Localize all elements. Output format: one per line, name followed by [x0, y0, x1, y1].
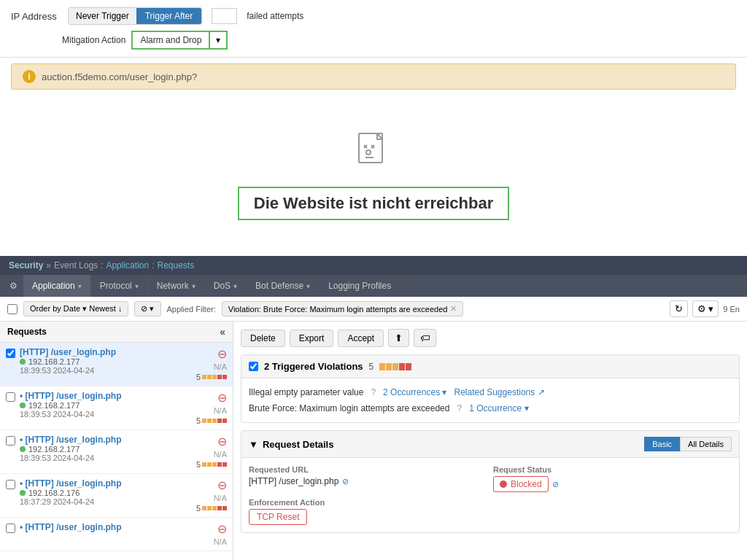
requested-url-label: Requested URL [249, 465, 487, 474]
status-filter-icon[interactable]: ⊘ [552, 480, 559, 489]
tab-logging-profiles[interactable]: Logging Profiles [320, 275, 400, 297]
breadcrumb-event-logs[interactable]: Event Logs [54, 260, 98, 271]
request-item[interactable]: • [HTTP] /user_login.php ⊖ N/A [0, 518, 233, 551]
blocked-icon: ⊖ [217, 391, 227, 405]
request-item[interactable]: • [HTTP] /user_login.php 192.168.2.177 1… [0, 386, 233, 430]
occurrences-link-2[interactable]: 1 Occurrence ▾ [469, 403, 528, 413]
filter-button[interactable]: ⊘ ▾ [134, 301, 160, 316]
main-content: Requests « [HTTP] /user_login.php 192.16… [0, 322, 747, 560]
mitigation-select-wrapper: Alarm and Drop ▾ [131, 31, 228, 50]
sev-block [207, 462, 212, 467]
never-trigger-button[interactable]: Never Trigger [69, 8, 136, 24]
violation-row: Brute Force: Maximum login attempts are … [249, 400, 732, 416]
request-checkbox[interactable] [6, 480, 15, 489]
sev-block [222, 462, 227, 467]
filter-chip-close[interactable]: ✕ [450, 304, 457, 314]
refresh-button[interactable]: ↻ [670, 300, 688, 317]
severity-bar [202, 462, 227, 467]
all-details-toggle-button[interactable]: All Details [680, 437, 732, 451]
trigger-after-button[interactable]: Trigger After [136, 8, 202, 24]
broken-page-icon [355, 132, 392, 176]
blocked-dot-icon [500, 481, 507, 488]
sev-block-2 [207, 375, 212, 379]
sev-block [207, 419, 212, 423]
delete-button[interactable]: Delete [241, 330, 285, 347]
request-na: N/A [214, 450, 227, 459]
severity-score: 5 [196, 460, 201, 469]
tab-bot-defense[interactable]: Bot Defense ▾ [247, 275, 320, 297]
tab-protocol[interactable]: Protocol ▾ [91, 275, 148, 297]
violations-checkbox[interactable] [249, 362, 258, 371]
order-by-button[interactable]: Order by Date ▾ Newest ↓ [23, 301, 128, 316]
details-toggle: Basic All Details [644, 437, 732, 451]
related-suggestions-link-1[interactable]: Related Suggestions ↗ [454, 387, 544, 397]
enforcement-action-label: Enforcement Action [249, 498, 487, 507]
sev-block [217, 462, 222, 467]
mitigation-dropdown-arrow[interactable]: ▾ [209, 31, 228, 50]
sev-block [202, 462, 206, 467]
violations-body: Illegal empty parameter value ? 2 Occurr… [241, 378, 739, 422]
violation-row: Illegal empty parameter value ? 2 Occurr… [249, 384, 732, 400]
request-details-label: Request Details [263, 439, 334, 450]
occurrences-link-1[interactable]: 2 Occurrences ▾ [383, 387, 446, 397]
tab-application[interactable]: Application ▾ [23, 275, 91, 297]
tab-network-chevron: ▾ [192, 282, 196, 290]
request-checkbox[interactable] [6, 524, 15, 533]
violations-count: 5 [369, 362, 374, 372]
attempts-input[interactable]: 3 [212, 8, 237, 24]
sev-block [379, 363, 385, 370]
request-item[interactable]: • [HTTP] /user_login.php 192.168.2.177 1… [0, 430, 233, 474]
blocked-icon: ⊖ [217, 478, 227, 492]
requests-panel: Requests « [HTTP] /user_login.php 192.16… [0, 322, 233, 560]
request-checkbox[interactable] [6, 349, 15, 358]
request-date: 18:39:53 2024-04-24 [20, 366, 192, 375]
broken-page-message: Die Website ist nicht erreichbar [238, 187, 509, 220]
url-filter-icon[interactable]: ⊘ [342, 477, 349, 486]
sev-block [212, 506, 217, 510]
select-all-checkbox[interactable] [7, 304, 18, 314]
filter-bar: Order by Date ▾ Newest ↓ ⊘ ▾ Applied Fil… [0, 297, 747, 322]
settings-button[interactable]: ⚙ ▾ [692, 300, 719, 317]
sev-block [212, 419, 217, 423]
tab-dos[interactable]: DoS ▾ [205, 275, 247, 297]
tab-dos-label: DoS [214, 281, 231, 291]
tab-protocol-label: Protocol [100, 281, 132, 291]
basic-toggle-button[interactable]: Basic [644, 437, 680, 451]
sev-block [202, 419, 206, 423]
mitigation-action-label: Mitigation Action [62, 35, 125, 45]
blocked-icon: ⊖ [217, 522, 227, 536]
svg-line-2 [377, 133, 382, 139]
enforcement-action-field: Enforcement Action TCP Reset [249, 498, 487, 525]
enforcement-action-value: TCP Reset [249, 509, 487, 525]
breadcrumb-sep3: : [152, 260, 154, 271]
tab-protocol-chevron: ▾ [135, 282, 139, 290]
tab-network[interactable]: Network ▾ [148, 275, 205, 297]
violation-help-icon-2[interactable]: ? [457, 403, 462, 413]
collapse-panel-icon[interactable]: « [220, 326, 225, 338]
request-na: N/A [214, 362, 227, 371]
warning-text: auction.f5demo.com/user_login.php? [42, 71, 197, 82]
violation-help-icon-1[interactable]: ? [371, 387, 376, 397]
accept-button[interactable]: Accept [338, 330, 384, 347]
request-method: [HTTP] /user_login.php [20, 347, 192, 357]
requests-panel-header: Requests « [0, 322, 233, 343]
severity-bar [202, 375, 227, 379]
tag-button[interactable]: 🏷 [414, 329, 436, 347]
export-button[interactable]: Export [290, 330, 334, 347]
request-checkbox[interactable] [6, 392, 15, 402]
sev-block [386, 363, 392, 370]
request-checkbox[interactable] [6, 436, 15, 446]
status-blocked-badge: Blocked [493, 476, 549, 492]
breadcrumb-security[interactable]: Security [9, 260, 43, 271]
nav-tabs-bar: ⚙ Application ▾ Protocol ▾ Network ▾ DoS… [0, 275, 747, 297]
request-right: ⊖ N/A 5 [196, 435, 227, 469]
breadcrumb-application[interactable]: Application [106, 260, 149, 271]
settings-gear-icon[interactable]: ⚙ [4, 275, 23, 297]
request-item[interactable]: [HTTP] /user_login.php 192.168.2.177 18:… [0, 343, 233, 386]
request-details-body: Requested URL [HTTP] /user_login.php ⊘ R… [241, 458, 739, 532]
breadcrumb-requests[interactable]: Requests [158, 260, 195, 271]
request-item[interactable]: • [HTTP] /user_login.php 192.168.2.176 1… [0, 474, 233, 518]
collapse-chevron-icon[interactable]: ▼ [249, 439, 258, 450]
tab-application-chevron: ▾ [78, 282, 82, 290]
flag-button[interactable]: ⬆ [388, 329, 409, 347]
